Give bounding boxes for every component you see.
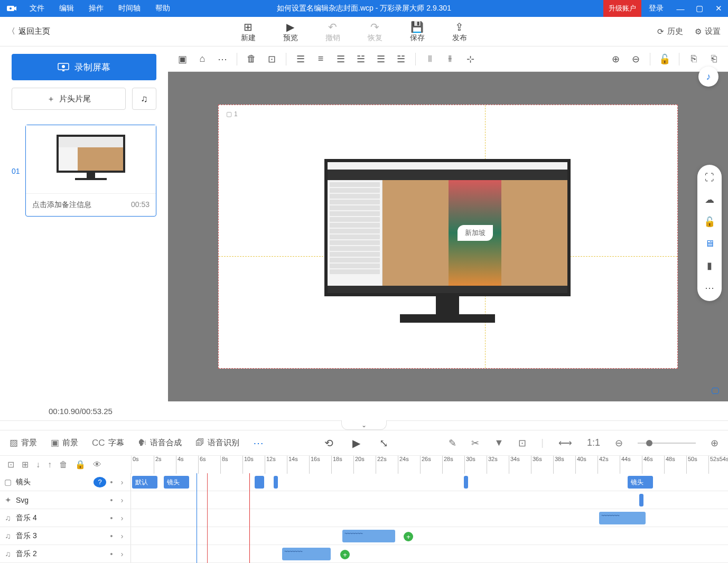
new-button[interactable]: ⊞新建 <box>227 21 269 43</box>
track-expand[interactable]: › <box>117 532 127 540</box>
filter-icon[interactable]: ▼ <box>494 437 503 448</box>
cloud-icon[interactable]: ☁ <box>705 194 714 205</box>
add-track-icon[interactable]: ⊡ <box>7 459 14 470</box>
record-screen-button[interactable]: 录制屏幕 <box>12 54 156 80</box>
distribute-v-icon[interactable]: ⫵ <box>440 51 460 68</box>
subtitle-tab[interactable]: CC字幕 <box>92 438 124 448</box>
track-menu[interactable]: • <box>106 496 117 504</box>
maximize-button[interactable]: ▢ <box>690 0 709 17</box>
lock-track-icon[interactable]: 🔒 <box>75 459 86 470</box>
close-button[interactable]: ✕ <box>709 0 728 17</box>
up-icon[interactable]: ↑ <box>48 460 52 470</box>
distribute-h-icon[interactable]: ⫴ <box>420 51 440 68</box>
crop-icon[interactable]: ⊡ <box>262 51 282 68</box>
track-strip[interactable] <box>131 491 728 509</box>
save-button[interactable]: 💾保存 <box>396 21 438 43</box>
trash-track-icon[interactable]: 🗑 <box>59 460 68 470</box>
track-strip[interactable]: 默认 镜头 镜头 <box>131 473 728 491</box>
edit-tool-icon[interactable]: ✎ <box>449 437 456 449</box>
track-menu[interactable]: • <box>106 478 117 486</box>
align-bottom-icon[interactable]: ☱ <box>391 51 411 68</box>
preview-button[interactable]: ▶预览 <box>269 21 312 43</box>
audio-clip[interactable] <box>342 530 395 542</box>
minimize-button[interactable]: — <box>671 0 690 17</box>
fit-icon[interactable]: ⟷ <box>558 437 572 449</box>
clip-shot[interactable]: 镜头 <box>164 476 189 489</box>
paste-icon[interactable]: ⎗ <box>704 51 724 68</box>
track-expand[interactable]: › <box>117 496 127 504</box>
timeline-ruler[interactable]: 0s2s4s6s8s10s12s14s16s18s20s22s24s26s28s… <box>131 456 728 474</box>
asr-tab[interactable]: 🗊语音识别 <box>195 438 239 448</box>
add-clip-button[interactable]: + <box>340 550 350 559</box>
publish-button[interactable]: ⇪发布 <box>438 21 481 43</box>
zoom-slider[interactable] <box>638 443 696 444</box>
help-badge[interactable]: ? <box>94 477 106 487</box>
align-middle-icon[interactable]: ☰ <box>371 51 391 68</box>
music-button[interactable]: ♫ <box>132 88 156 110</box>
rewind-icon[interactable]: ⟲ <box>324 437 333 449</box>
settings-button[interactable]: ⚙设置 <box>695 26 721 36</box>
more-view-icon[interactable]: ⋯ <box>705 282 714 294</box>
audio-clip[interactable] <box>599 512 646 524</box>
clip-segment[interactable] <box>274 476 278 489</box>
clip-segment[interactable] <box>464 476 468 489</box>
fullscreen-icon[interactable]: ⛶ <box>705 172 714 183</box>
ratio-icon[interactable]: 1:1 <box>587 437 600 448</box>
scene-note-text[interactable]: 点击添加备注信息 <box>32 200 91 210</box>
track-expand[interactable]: › <box>117 478 127 486</box>
home-icon[interactable]: ⌂ <box>192 51 212 68</box>
more-tabs-button[interactable]: ⋯ <box>253 437 264 449</box>
add-clip-button[interactable]: + <box>404 532 413 541</box>
align-top-icon[interactable]: ☱ <box>351 51 371 68</box>
zoom-out-icon[interactable]: ⊖ <box>626 51 646 68</box>
folder-icon[interactable]: ⊞ <box>22 459 29 470</box>
undo-button[interactable]: ↶撤销 <box>312 21 354 43</box>
align-center-h-icon[interactable]: ≡ <box>311 51 331 68</box>
align-left-icon[interactable]: ☰ <box>291 51 311 68</box>
unlock-icon[interactable]: 🔓 <box>655 51 675 68</box>
expand-icon[interactable]: ⤡ <box>379 437 388 449</box>
play-button-icon[interactable]: ▶ <box>352 437 360 449</box>
track-strip[interactable]: + <box>131 545 728 562</box>
track-strip[interactable]: + <box>131 527 728 545</box>
copy-icon[interactable]: ⎘ <box>684 51 704 68</box>
tts-tab[interactable]: 🗣语音合成 <box>138 438 182 448</box>
bgm-float-button[interactable]: ♪ <box>698 67 718 87</box>
clip-shot-end[interactable]: 镜头 <box>628 476 653 489</box>
desktop-view-icon[interactable]: 🖥 <box>705 238 714 249</box>
track-menu[interactable]: • <box>106 550 117 558</box>
scene-card[interactable]: 点击添加备注信息 00:53 <box>25 125 156 217</box>
down-icon[interactable]: ↓ <box>36 460 40 470</box>
menu-edit[interactable]: 编辑 <box>52 1 81 16</box>
mobile-view-icon[interactable]: ▮ <box>707 260 712 271</box>
trash-icon[interactable]: 🗑 <box>241 51 262 68</box>
lock-open-icon[interactable]: 🔓 <box>704 216 715 228</box>
collapse-handle[interactable]: ⌄ <box>341 420 387 430</box>
track-menu[interactable]: • <box>106 532 117 540</box>
menu-file[interactable]: 文件 <box>22 1 52 16</box>
cut-tool-icon[interactable]: ✂ <box>471 437 479 449</box>
track-expand[interactable]: › <box>117 514 127 522</box>
clip-segment[interactable] <box>639 494 643 506</box>
login-button[interactable]: 登录 <box>641 1 671 16</box>
align-right-icon[interactable]: ☰ <box>331 51 351 68</box>
track-menu[interactable]: • <box>106 514 117 522</box>
more-icon[interactable]: ⋯ <box>212 51 232 68</box>
fg-tab[interactable]: ▣前景 <box>51 437 78 448</box>
clip-default[interactable]: 默认 <box>132 476 157 489</box>
zoom-thumb[interactable] <box>646 440 652 446</box>
bg-tab[interactable]: ▨背景 <box>10 437 37 448</box>
audio-clip[interactable] <box>282 548 331 560</box>
history-button[interactable]: ⟳历史 <box>657 26 683 36</box>
intro-outro-button[interactable]: ＋片头片尾 <box>12 88 126 110</box>
menu-timeline[interactable]: 时间轴 <box>111 1 148 16</box>
eye-icon[interactable]: 👁 <box>93 460 101 470</box>
upgrade-button[interactable]: 升级账户 <box>603 0 641 17</box>
preview-mini-icon[interactable]: 🖵 <box>711 387 720 396</box>
zoom-in-timeline-icon[interactable]: ⊕ <box>711 437 718 449</box>
track-strip[interactable] <box>131 509 728 527</box>
canvas-stage[interactable]: ♪ ▢1 新加坡 <box>168 72 728 401</box>
zoom-in-icon[interactable]: ⊕ <box>605 51 626 68</box>
redo-button[interactable]: ↷恢复 <box>354 21 396 43</box>
canvas-tool-icon[interactable]: ▣ <box>172 51 192 68</box>
